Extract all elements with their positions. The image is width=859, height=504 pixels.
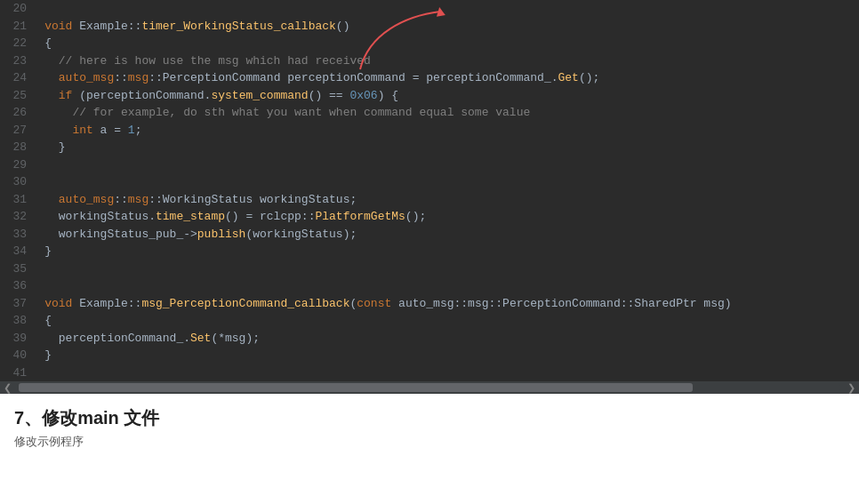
scrollbar-area[interactable]: ❮ ❯: [0, 381, 859, 394]
line-number: 28: [0, 139, 37, 156]
line-content: void Example::timer_WorkingStatus_callba…: [37, 18, 859, 36]
line-content: workingStatus_pub_->publish(workingStatu…: [37, 226, 859, 244]
line-content: [37, 173, 859, 191]
line-content: [37, 260, 859, 278]
line-content: {: [37, 312, 859, 330]
table-row: 33 workingStatus_pub_->publish(workingSt…: [0, 226, 859, 244]
line-number: 21: [0, 18, 37, 36]
table-row: 31 auto_msg::msg::WorkingStatus workingS…: [0, 191, 859, 209]
code-block: 20 21void Example::timer_WorkingStatus_c…: [0, 0, 859, 381]
code-container: 20 21void Example::timer_WorkingStatus_c…: [0, 0, 859, 394]
line-number: 20: [0, 0, 37, 18]
line-content: // for example, do sth what you want whe…: [37, 104, 859, 122]
line-content: int a = 1;: [37, 122, 859, 140]
line-content: }: [37, 243, 859, 260]
line-content: // here is how use the msg which had rec…: [37, 52, 859, 70]
line-content: [37, 277, 859, 295]
table-row: 32 workingStatus.time_stamp() = rclcpp::…: [0, 208, 859, 226]
scroll-left-arrow[interactable]: ❮: [0, 382, 15, 394]
scrollbar-thumb[interactable]: [19, 383, 693, 392]
line-content: auto_msg::msg::WorkingStatus workingStat…: [37, 191, 859, 209]
line-content: {: [37, 35, 859, 52]
line-content: [37, 156, 859, 174]
line-number: 35: [0, 260, 37, 278]
table-row: 23 // here is how use the msg which had …: [0, 52, 859, 70]
line-number: 34: [0, 243, 37, 260]
line-number: 30: [0, 173, 37, 191]
line-number: 29: [0, 156, 37, 174]
line-content: perceptionCommand_.Set(*msg);: [37, 330, 859, 348]
line-number: 40: [0, 347, 37, 364]
table-row: 25 if (perceptionCommand.system_command(…: [0, 87, 859, 105]
line-number: 33: [0, 226, 37, 244]
line-content: }: [37, 347, 859, 364]
table-row: 27 int a = 1;: [0, 122, 859, 140]
line-number: 23: [0, 52, 37, 70]
below-code-section: 7、修改main 文件 修改示例程序: [0, 394, 859, 457]
line-content: }: [37, 139, 859, 156]
line-number: 36: [0, 277, 37, 295]
section-subtitle: 修改示例程序: [14, 434, 845, 450]
line-number: 38: [0, 312, 37, 330]
line-content: auto_msg::msg::PerceptionCommand percept…: [37, 69, 859, 87]
table-row: 38{: [0, 312, 859, 330]
scroll-right-arrow[interactable]: ❯: [844, 382, 859, 394]
table-row: 36: [0, 277, 859, 295]
line-number: 27: [0, 122, 37, 140]
table-row: 29: [0, 156, 859, 174]
line-number: 25: [0, 87, 37, 105]
table-row: 40}: [0, 347, 859, 364]
table-row: 39 perceptionCommand_.Set(*msg);: [0, 330, 859, 348]
line-number: 26: [0, 104, 37, 122]
table-row: 37void Example::msg_PerceptionCommand_ca…: [0, 295, 859, 313]
line-number: 37: [0, 295, 37, 313]
table-row: 24 auto_msg::msg::PerceptionCommand perc…: [0, 69, 859, 87]
table-row: 34}: [0, 243, 859, 260]
table-row: 26 // for example, do sth what you want …: [0, 104, 859, 122]
line-content: [37, 0, 859, 18]
line-number: 39: [0, 330, 37, 348]
table-row: 30: [0, 173, 859, 191]
line-number: 32: [0, 208, 37, 226]
line-number: 31: [0, 191, 37, 209]
line-number: 41: [0, 364, 37, 382]
table-row: 28 }: [0, 139, 859, 156]
section-title: 7、修改main 文件: [14, 406, 845, 430]
table-row: 35: [0, 260, 859, 278]
line-content: workingStatus.time_stamp() = rclcpp::Pla…: [37, 208, 859, 226]
table-row: 21void Example::timer_WorkingStatus_call…: [0, 18, 859, 36]
table-row: 20: [0, 0, 859, 18]
table-row: 22{: [0, 35, 859, 52]
line-content: [37, 364, 859, 382]
line-number: 24: [0, 69, 37, 87]
code-table: 20 21void Example::timer_WorkingStatus_c…: [0, 0, 859, 381]
line-number: 22: [0, 35, 37, 52]
scrollbar-track[interactable]: [19, 383, 840, 392]
line-content: void Example::msg_PerceptionCommand_call…: [37, 295, 859, 313]
table-row: 41: [0, 364, 859, 382]
line-content: if (perceptionCommand.system_command() =…: [37, 87, 859, 105]
